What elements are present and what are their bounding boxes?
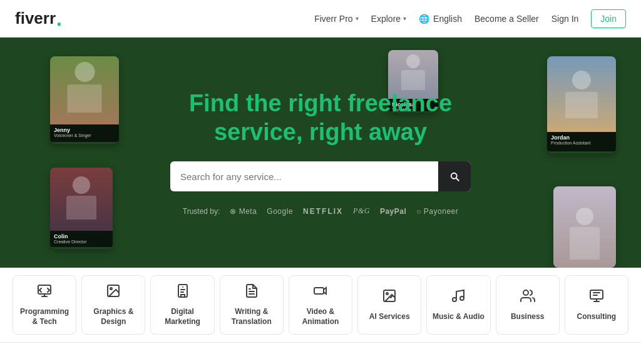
card-role: Production Assistant	[551, 141, 612, 145]
hero-section: Jenny Voiceover & Singer Nicolasa Transl…	[0, 38, 641, 268]
person-body	[565, 92, 598, 118]
card-info-jenny: Jenny Voiceover & Singer	[50, 124, 119, 142]
category-label: AI Services	[369, 312, 410, 322]
svg-point-10	[386, 293, 388, 295]
search-icon	[449, 171, 460, 182]
profile-card-colin: Colin Creative Director	[50, 168, 113, 249]
person-body	[66, 196, 96, 220]
hero-title: Find the right freelance service, right …	[170, 89, 471, 146]
card-role: Voiceover & Singer	[54, 133, 115, 138]
search-bar	[170, 161, 471, 191]
logo-dot: .	[56, 9, 62, 29]
category-ai-services[interactable]: AI Services	[357, 275, 421, 335]
trusted-label: Trusted by:	[183, 207, 220, 216]
card-name: Jordan	[551, 134, 612, 141]
graphics-icon	[106, 283, 121, 302]
card-name: Jenny	[54, 127, 115, 133]
hero-title-highlight: freelance	[347, 90, 452, 116]
category-music[interactable]: Music & Audio	[426, 275, 490, 335]
svg-rect-7	[314, 288, 324, 294]
person-body	[68, 84, 102, 113]
chevron-down-icon: ▾	[356, 15, 359, 22]
person-head	[576, 208, 593, 225]
netflix-logo: NETFLIX	[303, 207, 343, 216]
trusted-by: Trusted by: ⊗ Meta Google NETFLIX P&G Pa…	[170, 206, 471, 216]
video-icon	[313, 283, 328, 302]
become-seller-link[interactable]: Become a Seller	[474, 14, 539, 24]
profile-card-woman	[553, 186, 616, 268]
card-name: Colin	[54, 233, 109, 240]
nav-language[interactable]: 🌐 English	[419, 14, 462, 24]
svg-point-11	[453, 298, 456, 301]
person-head	[73, 176, 90, 194]
google-logo: Google	[267, 207, 293, 216]
category-business[interactable]: Business	[496, 275, 560, 335]
category-digital-marketing[interactable]: DigitalMarketing	[150, 275, 214, 335]
category-label: Graphics &Design	[93, 307, 133, 326]
category-label: DigitalMarketing	[165, 307, 200, 326]
category-consulting[interactable]: Consulting	[565, 275, 628, 335]
category-label: Consulting	[577, 312, 617, 322]
pg-logo: P&G	[353, 206, 370, 216]
category-writing[interactable]: Writing &Translation	[220, 275, 284, 335]
meta-logo: ⊗ Meta	[230, 207, 257, 216]
person-body	[570, 227, 600, 260]
ai-services-icon	[382, 288, 397, 307]
category-label: Programming& Tech	[20, 307, 69, 326]
consulting-icon	[589, 288, 604, 307]
header: fiverr. Fiverr Pro ▾ Explore ▾ 🌐 English…	[0, 0, 641, 38]
person-figure-woman	[570, 208, 600, 260]
person-body	[401, 70, 425, 90]
nav-explore[interactable]: Explore ▾	[371, 14, 406, 24]
profile-card-jordan: Jordan Production Assistant	[547, 56, 616, 153]
search-input[interactable]	[170, 171, 438, 182]
person-figure-colin	[66, 176, 96, 220]
card-info-colin: Colin Creative Director	[50, 231, 113, 247]
programming-icon	[37, 283, 52, 302]
person-head	[406, 54, 420, 68]
logo-text: fiverr	[15, 9, 56, 28]
categories-bar: Programming& Tech Graphics &Design Digit…	[0, 268, 641, 343]
person-figure-jordan	[565, 71, 598, 118]
music-icon	[451, 288, 466, 307]
sign-in-button[interactable]: Sign In	[551, 14, 579, 24]
category-programming[interactable]: Programming& Tech	[13, 275, 76, 335]
trusted-logos: ⊗ Meta Google NETFLIX P&G PayPal ○ Payon…	[230, 206, 458, 216]
category-label: Video &Animation	[302, 307, 339, 326]
category-video[interactable]: Video &Animation	[289, 275, 352, 335]
digital-marketing-icon	[175, 283, 190, 302]
payoneer-logo: ○ Payoneer	[416, 207, 458, 216]
business-icon	[520, 288, 535, 307]
search-button[interactable]	[438, 161, 471, 191]
hero-content: Find the right freelance service, right …	[170, 89, 471, 216]
category-label: Writing &Translation	[232, 307, 272, 326]
person-head	[74, 62, 95, 82]
card-role: Creative Director	[54, 240, 109, 244]
logo[interactable]: fiverr.	[15, 9, 62, 29]
paypal-logo: PayPal	[380, 207, 406, 216]
chevron-down-icon: ▾	[403, 15, 406, 22]
globe-icon: 🌐	[419, 14, 429, 24]
category-label: Music & Audio	[433, 312, 485, 322]
person-figure-nicolasa	[401, 54, 425, 90]
svg-point-13	[523, 290, 528, 295]
person-figure-jenny	[68, 62, 102, 113]
person-head	[572, 71, 591, 89]
category-graphics[interactable]: Graphics &Design	[81, 275, 145, 335]
join-button[interactable]: Join	[591, 9, 626, 28]
svg-point-12	[460, 296, 464, 300]
svg-marker-8	[324, 288, 326, 294]
svg-point-2	[110, 288, 112, 290]
main-nav: Fiverr Pro ▾ Explore ▾ 🌐 English Become …	[314, 9, 626, 28]
card-info-jordan: Jordan Production Assistant	[547, 132, 616, 151]
writing-icon	[244, 283, 259, 302]
category-label: Business	[511, 312, 544, 322]
nav-fiverr-pro[interactable]: Fiverr Pro ▾	[314, 14, 358, 24]
profile-card-jenny: Jenny Voiceover & Singer	[50, 56, 119, 144]
